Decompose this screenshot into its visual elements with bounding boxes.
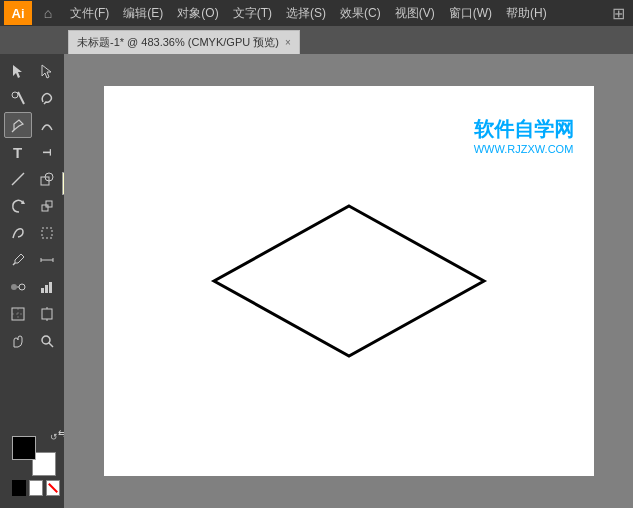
- tool-row-hand: [2, 328, 62, 354]
- svg-rect-18: [45, 285, 48, 293]
- artboard-tool-button[interactable]: [33, 301, 61, 327]
- type-tool-button[interactable]: T: [4, 139, 32, 165]
- menu-object[interactable]: 对象(O): [171, 3, 224, 24]
- svg-rect-9: [42, 228, 52, 238]
- black-swatch[interactable]: [12, 480, 26, 496]
- selection-tool-button[interactable]: [4, 58, 32, 84]
- toolbar: T T: [0, 54, 64, 508]
- svg-line-3: [12, 173, 24, 185]
- none-swatch[interactable]: [46, 480, 60, 496]
- tool-row-selection: [2, 58, 62, 84]
- menu-view[interactable]: 视图(V): [389, 3, 441, 24]
- tool-row-pen: [2, 112, 62, 138]
- main-area: T T: [0, 54, 633, 508]
- lasso-tool-button[interactable]: [33, 85, 61, 111]
- document-tab[interactable]: 未标题-1* @ 483.36% (CMYK/GPU 预览) ×: [68, 30, 300, 54]
- direct-selection-tool-button[interactable]: [33, 58, 61, 84]
- curvature-tool-button[interactable]: [33, 112, 61, 138]
- tool-row-warp: [2, 220, 62, 246]
- svg-marker-28: [214, 206, 484, 356]
- tool-row-eyedropper: [2, 247, 62, 273]
- svg-line-27: [49, 343, 53, 347]
- menu-edit[interactable]: 编辑(E): [117, 3, 169, 24]
- tab-close-button[interactable]: ×: [285, 38, 291, 48]
- small-swatches-row: [12, 480, 60, 496]
- menu-file[interactable]: 文件(F): [64, 3, 115, 24]
- app-logo: Ai: [4, 1, 32, 25]
- menu-text[interactable]: 文字(T): [227, 3, 278, 24]
- tool-row-magic: [2, 85, 62, 111]
- zoom-tool-button[interactable]: [33, 328, 61, 354]
- menu-effect[interactable]: 效果(C): [334, 3, 387, 24]
- white-swatch[interactable]: [29, 480, 43, 496]
- svg-point-1: [12, 92, 18, 98]
- svg-point-14: [11, 284, 17, 290]
- diamond-shape: [199, 191, 499, 371]
- tab-bar: 未标题-1* @ 483.36% (CMYK/GPU 预览) ×: [0, 26, 633, 54]
- tab-title: 未标题-1* @ 483.36% (CMYK/GPU 预览): [77, 35, 279, 50]
- measure-tool-button[interactable]: [33, 247, 61, 273]
- svg-rect-23: [42, 309, 52, 319]
- menu-bar: 文件(F) 编辑(E) 对象(O) 文字(T) 选择(S) 效果(C) 视图(V…: [64, 2, 629, 24]
- vertical-type-tool-button[interactable]: T: [33, 139, 61, 165]
- svg-line-0: [18, 92, 24, 104]
- tool-row-slice: [2, 301, 62, 327]
- svg-line-2: [12, 130, 14, 132]
- foreground-color-swatch[interactable]: [12, 436, 36, 460]
- menu-help[interactable]: 帮助(H): [500, 3, 553, 24]
- column-graph-tool-button[interactable]: [33, 274, 61, 300]
- free-transform-tool-button[interactable]: [33, 220, 61, 246]
- svg-line-10: [13, 263, 15, 265]
- canvas-area: 软件自学网 WWW.RJZXW.COM: [64, 54, 633, 508]
- document-canvas[interactable]: 软件自学网 WWW.RJZXW.COM: [104, 86, 594, 476]
- svg-rect-17: [41, 288, 44, 293]
- watermark-url: WWW.RJZXW.COM: [474, 143, 574, 155]
- title-bar: Ai ⌂ 文件(F) 编辑(E) 对象(O) 文字(T) 选择(S) 效果(C)…: [0, 0, 633, 26]
- watermark-title: 软件自学网: [474, 116, 574, 143]
- line-tool-button[interactable]: [4, 166, 32, 192]
- rotate-tool-button[interactable]: [4, 193, 32, 219]
- hand-tool-button[interactable]: [4, 328, 32, 354]
- svg-point-26: [42, 336, 50, 344]
- pen-tool-button[interactable]: [4, 112, 32, 138]
- svg-point-15: [19, 284, 25, 290]
- color-tools: ↺ ⇆: [6, 432, 64, 500]
- tool-row-line: [2, 166, 62, 192]
- home-icon[interactable]: ⌂: [36, 1, 60, 25]
- eyedropper-tool-button[interactable]: [4, 247, 32, 273]
- reset-colors-icon[interactable]: ↺: [50, 432, 58, 442]
- menu-window[interactable]: 窗口(W): [443, 3, 498, 24]
- tool-row-blend: [2, 274, 62, 300]
- tool-row-transform: [2, 193, 62, 219]
- color-swatches-area: ↺ ⇆: [12, 436, 56, 476]
- magic-wand-tool-button[interactable]: [4, 85, 32, 111]
- warp-tool-button[interactable]: [4, 220, 32, 246]
- shape-builder-tool-button[interactable]: [33, 166, 61, 192]
- svg-rect-8: [46, 201, 52, 207]
- panel-switcher-icon[interactable]: ⊞: [607, 2, 629, 24]
- menu-select[interactable]: 选择(S): [280, 3, 332, 24]
- svg-rect-7: [42, 205, 48, 211]
- tool-row-type: T T: [2, 139, 62, 165]
- scale-tool-button[interactable]: [33, 193, 61, 219]
- svg-rect-19: [49, 282, 52, 293]
- slice-tool-button[interactable]: [4, 301, 32, 327]
- blend-tool-button[interactable]: [4, 274, 32, 300]
- watermark: 软件自学网 WWW.RJZXW.COM: [474, 116, 574, 155]
